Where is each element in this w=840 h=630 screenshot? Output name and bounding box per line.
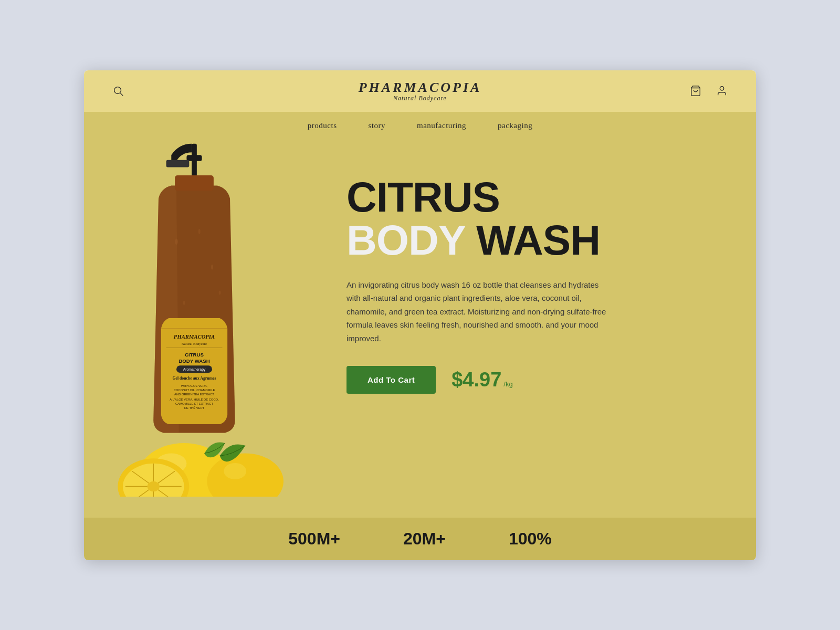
svg-text:COCONUT OIL, CHAMOMILE: COCONUT OIL, CHAMOMILE [174,388,215,391]
browser-window: PHARMACOPIA Natural Bodycare products st… [84,70,756,560]
svg-point-35 [148,481,160,491]
svg-text:À L'ALOE VERA, HUILE DE COCO,: À L'ALOE VERA, HUILE DE COCO, [170,398,219,401]
svg-point-10 [183,300,185,304]
title-body-word: BODY [346,217,465,264]
price-unit: /kg [503,380,512,388]
svg-text:Aromatherapy: Aromatherapy [183,368,206,372]
header-left-actions [110,83,152,99]
stat-item-3: 100% [509,529,552,549]
user-icon [716,85,728,97]
svg-text:PHARMACOPIA: PHARMACOPIA [174,333,215,339]
hero-content: CITRUS BODY WASH An invigorating citrus … [304,140,756,415]
cart-icon [690,85,701,97]
title-citrus: CITRUS [346,176,724,218]
add-to-cart-button[interactable]: Add To Cart [346,366,436,394]
nav-item-story[interactable]: story [369,121,386,130]
account-button[interactable] [714,83,730,99]
stat-value-2: 20M+ [403,529,446,548]
svg-text:CAMOMILLE ET EXTRACT: CAMOMILLE ET EXTRACT [175,402,213,405]
hero-section: PHARMACOPIA Natural Bodycare CITRUS BODY… [84,140,756,518]
title-body-wash: BODY WASH [346,218,724,262]
brand-name-text: PHARMACOPIA [152,80,688,96]
stat-item-2: 20M+ [403,529,446,549]
navigation: products story manufacturing packaging [84,112,756,140]
svg-text:Gel douche aux Agrumes: Gel douche aux Agrumes [172,375,216,380]
product-bottle-svg: PHARMACOPIA Natural Bodycare CITRUS BODY… [84,140,304,497]
price-amount: $4.97 [452,369,501,391]
search-icon [112,85,124,97]
svg-text:Natural Bodycare: Natural Bodycare [182,341,207,345]
svg-point-37 [224,463,246,479]
search-button[interactable] [110,83,126,99]
stat-item-1: 500M+ [288,529,340,549]
svg-rect-6 [166,160,190,167]
nav-item-products[interactable]: products [308,121,337,130]
purchase-row: Add To Cart $4.97 /kg [346,366,724,394]
cart-button[interactable] [688,83,704,99]
header: PHARMACOPIA Natural Bodycare [84,70,756,112]
svg-point-3 [720,87,723,90]
stats-bar: 500M+ 20M+ 100% [84,518,756,560]
svg-text:AND GREEN TEA EXTRACT: AND GREEN TEA EXTRACT [174,392,214,395]
product-description: An invigorating citrus body wash 16 oz b… [346,278,609,345]
svg-point-12 [219,290,221,295]
price-display: $4.97 /kg [452,369,512,391]
brand-tagline: Natural Bodycare [152,94,688,102]
brand-logo: PHARMACOPIA Natural Bodycare [152,80,688,102]
svg-line-1 [120,93,123,96]
svg-text:DE THÉ VERT: DE THÉ VERT [184,406,205,409]
nav-item-packaging[interactable]: packaging [498,121,532,130]
svg-text:CITRUS: CITRUS [185,351,204,357]
svg-point-11 [198,229,201,234]
svg-text:BODY WASH: BODY WASH [178,358,210,364]
svg-text:WITH ALOE VERA,: WITH ALOE VERA, [181,384,208,387]
product-image-area: PHARMACOPIA Natural Bodycare CITRUS BODY… [84,140,304,497]
stat-value-3: 100% [509,529,552,548]
product-title: CITRUS BODY WASH [346,176,724,262]
svg-rect-7 [175,175,214,191]
svg-point-9 [211,265,213,270]
stat-value-1: 500M+ [288,529,340,548]
header-right-actions [688,83,730,99]
nav-item-manufacturing[interactable]: manufacturing [417,121,466,130]
title-wash-text: WASH [476,217,600,264]
svg-point-0 [114,87,121,94]
svg-point-8 [175,238,178,245]
